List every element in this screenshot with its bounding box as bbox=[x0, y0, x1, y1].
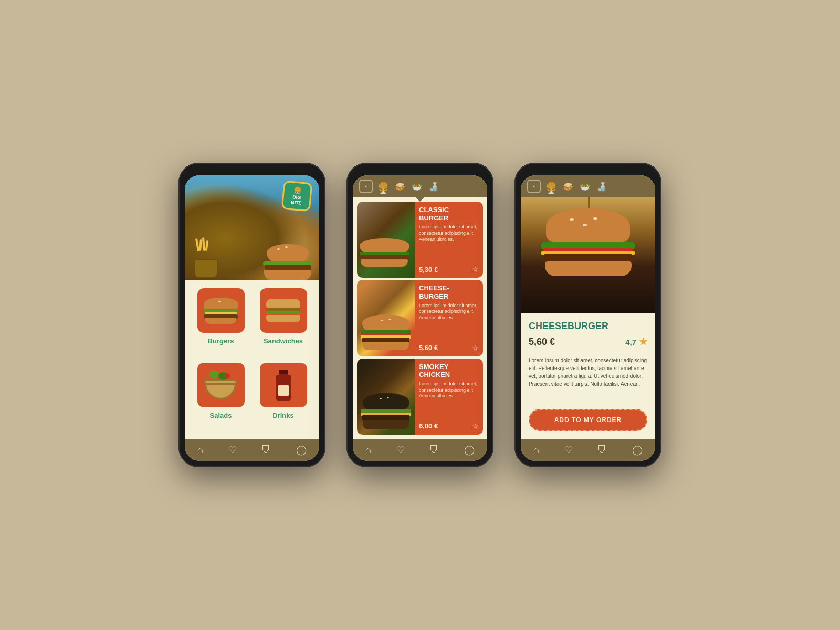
classic-burger-title: CLASSIC BURGER bbox=[419, 206, 479, 222]
phone-3-screen: ‹ 🍔 🥪 🥗 🍶 bbox=[521, 175, 655, 461]
burgers-icon-bg bbox=[197, 288, 245, 333]
back-button-3[interactable]: ‹ bbox=[527, 180, 541, 193]
phone-3: ‹ 🍔 🥪 🥗 🍶 bbox=[514, 163, 662, 467]
logo-text-line2: Bite bbox=[291, 200, 302, 206]
detail-divider bbox=[529, 352, 647, 352]
classic-burger-photo bbox=[357, 202, 415, 278]
smokey-chicken-desc: Lorem ipsum dolor sit amet, consectetur … bbox=[419, 381, 479, 420]
phone3-detail-hero bbox=[521, 197, 655, 313]
phone3-header: ‹ 🍔 🥪 🥗 🍶 bbox=[521, 175, 655, 197]
logo-icon: 🍔 bbox=[293, 186, 301, 194]
header-burger-icon[interactable]: 🍔 bbox=[378, 182, 388, 192]
category-sandwiches[interactable]: Sandwiches bbox=[255, 288, 311, 356]
home-nav-icon-3[interactable]: ⌂ bbox=[533, 445, 539, 456]
sandwiches-icon-bg bbox=[260, 288, 307, 333]
cheeseburger-photo bbox=[357, 280, 415, 356]
phone-2: ‹ 🍔 🥪 🥗 🍶 bbox=[346, 163, 494, 467]
header3-salad-icon[interactable]: 🥗 bbox=[580, 182, 590, 192]
profile-nav-icon-2[interactable]: ◯ bbox=[464, 444, 475, 456]
burgers-label: Burgers bbox=[208, 337, 234, 345]
heart-nav-icon[interactable]: ♡ bbox=[228, 444, 237, 456]
detail-content: CHEESEBURGER 5,60 € 4,7 ★ Lorem ipsum do… bbox=[521, 313, 655, 439]
home-nav-icon-2[interactable]: ⌂ bbox=[365, 445, 371, 456]
cheeseburger-star[interactable]: ☆ bbox=[472, 344, 479, 352]
menu-list: CLASSIC BURGER Lorem ipsum dolor sit ame… bbox=[353, 197, 487, 439]
phone-1: 🍔 Big Bite bbox=[178, 163, 326, 467]
category-drinks[interactable]: Drinks bbox=[255, 363, 311, 431]
basket-nav-icon-3[interactable]: ⛉ bbox=[597, 445, 607, 456]
smokey-chicken-price: 6,00 € bbox=[419, 422, 438, 430]
header-drink-icon[interactable]: 🍶 bbox=[428, 182, 439, 192]
cheeseburger-title: CHEESE-BURGER bbox=[419, 284, 479, 300]
salads-icon-bg bbox=[197, 363, 245, 407]
smokey-chicken-footer: 6,00 € ☆ bbox=[419, 422, 479, 430]
salads-label: Salads bbox=[210, 412, 232, 419]
smokey-chicken-info: SMOKEYCHICKEN Lorem ipsum dolor sit amet… bbox=[415, 359, 483, 435]
phones-container: 🍔 Big Bite bbox=[178, 163, 662, 467]
detail-price-rating-row: 5,60 € 4,7 ★ bbox=[529, 336, 647, 348]
home-nav-icon[interactable]: ⌂ bbox=[197, 445, 203, 456]
add-to-order-button[interactable]: ADD TO MY ORDER bbox=[529, 409, 647, 431]
sandwiches-label: Sandwiches bbox=[264, 337, 303, 345]
header-sandwich-icon[interactable]: 🥪 bbox=[395, 182, 405, 192]
rating-star-icon: ★ bbox=[639, 336, 647, 348]
phone2-bottom-nav: ⌂ ♡ ⛉ ◯ bbox=[353, 439, 487, 461]
header-salad-icon[interactable]: 🥗 bbox=[412, 182, 422, 192]
header3-burger-icon[interactable]: 🍔 bbox=[546, 182, 556, 192]
smokey-chicken-title: SMOKEYCHICKEN bbox=[419, 363, 479, 379]
phone3-category-icons: 🍔 🥪 🥗 🍶 bbox=[546, 182, 607, 192]
phone3-bottom-nav: ⌂ ♡ ⛉ ◯ bbox=[521, 439, 655, 461]
heart-nav-icon-2[interactable]: ♡ bbox=[396, 444, 405, 456]
fries-illustration bbox=[190, 249, 222, 278]
heart-nav-icon-3[interactable]: ♡ bbox=[564, 444, 573, 456]
detail-price: 5,60 € bbox=[529, 337, 555, 348]
basket-nav-icon-2[interactable]: ⛉ bbox=[429, 445, 439, 456]
classic-burger-desc: Lorem ipsum dolor sit amet, consectetur … bbox=[419, 224, 479, 263]
smokey-chicken-star[interactable]: ☆ bbox=[472, 422, 479, 430]
category-grid: Burgers Sandwiches bbox=[185, 280, 319, 439]
detail-burger-illustration bbox=[541, 208, 635, 292]
profile-nav-icon-3[interactable]: ◯ bbox=[632, 444, 643, 456]
classic-burger-footer: 5,30 € ☆ bbox=[419, 265, 479, 274]
header3-drink-icon[interactable]: 🍶 bbox=[596, 182, 607, 192]
classic-burger-info: CLASSIC BURGER Lorem ipsum dolor sit ame… bbox=[415, 202, 483, 278]
back-button[interactable]: ‹ bbox=[359, 180, 373, 193]
cheeseburger-price: 5,60 € bbox=[419, 344, 438, 352]
classic-burger-price: 5,30 € bbox=[419, 266, 438, 274]
app-logo: 🍔 Big Bite bbox=[281, 181, 313, 212]
sandwich-icon bbox=[266, 299, 300, 322]
rating-value: 4,7 bbox=[625, 338, 636, 346]
classic-burger-star[interactable]: ☆ bbox=[472, 265, 479, 274]
phone2-category-icons: 🍔 🥪 🥗 🍶 bbox=[378, 182, 439, 192]
drinks-label: Drinks bbox=[272, 412, 293, 419]
header3-sandwich-icon[interactable]: 🥪 bbox=[563, 182, 573, 192]
phone-1-notch bbox=[231, 169, 273, 173]
detail-item-title: CHEESEBURGER bbox=[529, 321, 647, 332]
phone-3-notch bbox=[567, 169, 609, 173]
phone-1-screen: 🍔 Big Bite bbox=[185, 175, 319, 461]
drinks-icon-bg bbox=[260, 363, 307, 407]
basket-nav-icon[interactable]: ⛉ bbox=[261, 445, 271, 456]
profile-nav-icon[interactable]: ◯ bbox=[296, 444, 307, 456]
phone1-hero-image: 🍔 Big Bite bbox=[185, 175, 319, 280]
drink-icon bbox=[273, 370, 294, 401]
phone-2-screen: ‹ 🍔 🥪 🥗 🍶 bbox=[353, 175, 487, 461]
cheeseburger-info: CHEESE-BURGER Lorem ipsum dolor sit amet… bbox=[415, 280, 483, 356]
category-salads[interactable]: Salads bbox=[193, 363, 249, 431]
menu-item-classic-burger[interactable]: CLASSIC BURGER Lorem ipsum dolor sit ame… bbox=[357, 202, 483, 278]
salad-icon bbox=[204, 371, 238, 400]
detail-rating: 4,7 ★ bbox=[625, 336, 647, 348]
phone2-header: ‹ 🍔 🥪 🥗 🍶 bbox=[353, 175, 487, 197]
detail-description: Lorem ipsum dolor sit amet, consectetur … bbox=[529, 356, 647, 405]
burger-icon bbox=[204, 298, 238, 324]
cheeseburger-footer: 5,60 € ☆ bbox=[419, 344, 479, 352]
menu-item-smokey-chicken[interactable]: SMOKEYCHICKEN Lorem ipsum dolor sit amet… bbox=[357, 359, 483, 435]
phone1-bottom-nav: ⌂ ♡ ⛉ ◯ bbox=[185, 439, 319, 461]
phone-2-notch bbox=[399, 169, 441, 173]
menu-item-cheeseburger[interactable]: CHEESE-BURGER Lorem ipsum dolor sit amet… bbox=[357, 280, 483, 356]
category-burgers[interactable]: Burgers bbox=[193, 288, 249, 356]
smokey-chicken-photo bbox=[357, 359, 415, 435]
hero-burger-illustration bbox=[259, 238, 317, 280]
cheeseburger-desc: Lorem ipsum dolor sit amet, consectetur … bbox=[419, 303, 479, 342]
